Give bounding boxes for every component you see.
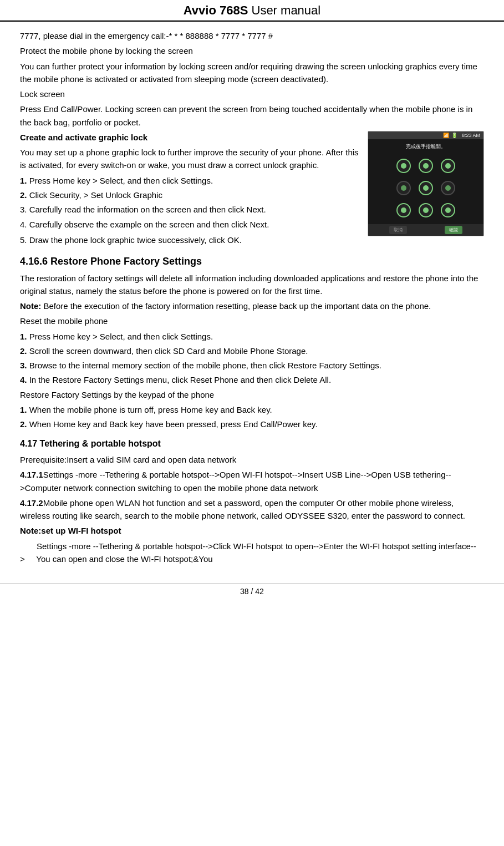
keypad-restore-label: Restore Factory Settings by the keypad o…: [20, 388, 484, 401]
tethering-heading: 4.17 Tethering & portable hotspot: [20, 437, 484, 451]
dot-7: [394, 200, 414, 220]
intro-line-1: 7777, please dial in the emergency call:…: [20, 29, 484, 42]
reset-step-3: 3. Browse to the internal memory section…: [20, 359, 484, 372]
page-title: Avvio 768S User manual: [184, 3, 320, 17]
dot-3: [438, 156, 458, 176]
signal-icon: 📶: [443, 133, 449, 138]
keypad-step-2: 2. When Home key and Back key have been …: [20, 418, 484, 430]
dot-8: [416, 200, 436, 220]
reset-step-1: 1. Press Home key > Select, and then cli…: [20, 330, 484, 343]
step-num-1: 1.: [20, 176, 27, 185]
page-footer: 38 / 42: [0, 583, 504, 596]
dot-9: [438, 200, 458, 220]
restore-heading: 4.16.6 Restore Phone Factory Settings: [20, 254, 484, 270]
restore-section: 4.16.6 Restore Phone Factory Settings Th…: [20, 254, 484, 431]
phone-confirm-btn: 確認: [445, 226, 462, 234]
page-header: Avvio 768S User manual: [0, 0, 504, 22]
tethering-417-1-bold: 4.17.1: [20, 470, 43, 479]
intro-line-2: Protect the mobile phone by locking the …: [20, 44, 484, 57]
brand-name: Avvio 768S: [184, 3, 248, 17]
intro-line-4: Lock screen: [20, 88, 484, 100]
page-wrapper: Avvio 768S User manual 7777, please dial…: [0, 0, 504, 596]
subtitle: User manual: [248, 3, 320, 17]
prereq-text: Prerequisite:Insert a valid SIM card and…: [20, 453, 484, 466]
battery-icon: 🔋: [451, 133, 457, 138]
intro-line-3: You can further protect your information…: [20, 60, 484, 86]
phone-cancel-btn: 取消: [389, 226, 407, 234]
note-setup-text: Settings -more --Tethering & portable ho…: [20, 540, 484, 566]
note-label: Note:: [20, 301, 41, 311]
tethering-417-1: 4.17.1Settings -more --Tethering & porta…: [20, 468, 484, 494]
tethering-417-2-bold: 4.17.2: [20, 498, 43, 508]
reset-label: Reset the mobile phone: [20, 315, 484, 327]
tethering-417-2: 4.17.2Mobile phone open WLAN hot functio…: [20, 497, 484, 523]
main-content: 7777, please dial in the emergency call:…: [0, 27, 504, 573]
phone-footer: 取消 確認: [368, 224, 483, 236]
keypad-step-1: 1. When the mobile phone is turn off, pr…: [20, 403, 484, 416]
page-number: 38 / 42: [240, 587, 264, 596]
dot-4: [394, 178, 414, 198]
dot-1: [394, 156, 414, 176]
step-num-2: 2.: [20, 190, 27, 200]
reset-step-2: 2. Scroll the screen downward, then clic…: [20, 345, 484, 357]
phone-screenshot: 📶 🔋 8:23 AM 完成後手指離開。: [368, 131, 484, 236]
tethering-section: 4.17 Tethering & portable hotspot Prereq…: [20, 437, 484, 565]
phone-hint-text: 完成後手指離開。: [406, 143, 446, 150]
reset-step-4: 4. In the Restore Factory Settings menu,…: [20, 373, 484, 386]
dot-5: [416, 178, 436, 198]
note-setup-bold-line: Note:set up WI-FI hotspot: [20, 524, 484, 537]
restore-note: Note: Before the execution of the factor…: [20, 300, 484, 312]
graphic-lock-section: 📶 🔋 8:23 AM 完成後手指離開。: [20, 131, 484, 249]
phone-body: 完成後手指離開。: [368, 139, 483, 224]
note-setup-bold: Note:set up WI-FI hotspot: [20, 526, 121, 535]
dot-6: [438, 178, 458, 198]
intro-line-5: Press End Call/Power. Locking screen can…: [20, 103, 484, 129]
phone-screen: 📶 🔋 8:23 AM 完成後手指離開。: [368, 131, 483, 236]
phone-statusbar: 📶 🔋 8:23 AM: [368, 131, 483, 139]
restore-body: The restoration of factory settings will…: [20, 272, 484, 298]
pattern-grid: [394, 156, 458, 220]
dot-2: [416, 156, 436, 176]
status-time: 8:23 AM: [462, 133, 480, 138]
